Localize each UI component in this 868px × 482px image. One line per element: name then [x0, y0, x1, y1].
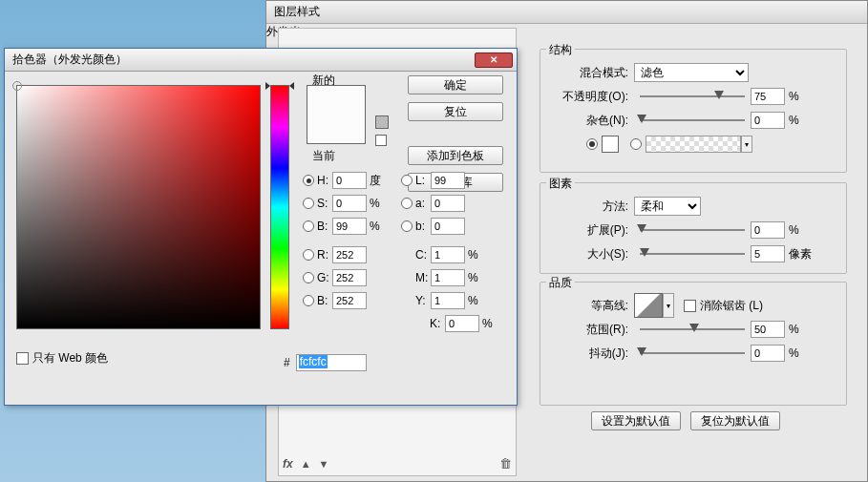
layer-style-title: 图层样式: [266, 1, 867, 24]
close-icon[interactable]: ✕: [475, 52, 513, 68]
glow-color-swatch[interactable]: [602, 136, 619, 153]
l-radio[interactable]: [401, 175, 413, 186]
r-input[interactable]: [332, 246, 367, 263]
spread-input[interactable]: [751, 221, 785, 239]
color-picker-titlebar[interactable]: 拾色器（外发光颜色） ✕: [5, 49, 517, 72]
hue-right-arrow-icon[interactable]: [289, 82, 294, 90]
r-radio[interactable]: [303, 249, 314, 261]
g-radio[interactable]: [303, 272, 314, 283]
h-radio[interactable]: [303, 175, 314, 186]
l-input[interactable]: [431, 172, 465, 189]
range-input[interactable]: [751, 321, 785, 338]
blend-mode-label: 混合模式:: [548, 65, 634, 81]
opacity-label: 不透明度(O):: [548, 89, 634, 105]
jitter-label: 抖动(J):: [548, 346, 634, 362]
current-color-label: 当前: [312, 148, 335, 164]
fx-icon[interactable]: fx: [283, 457, 293, 471]
ok-button[interactable]: 确定: [408, 75, 503, 94]
preview-current: [307, 115, 365, 143]
y-input[interactable]: [431, 292, 465, 309]
s-input[interactable]: [332, 195, 367, 212]
contour-preview[interactable]: [634, 293, 663, 318]
noise-slider[interactable]: [640, 115, 745, 125]
g-input[interactable]: [332, 269, 367, 286]
b-radio[interactable]: [303, 220, 314, 232]
hex-input[interactable]: fcfcfc: [296, 354, 367, 371]
saturation-value-field[interactable]: [16, 85, 261, 329]
blue-radio[interactable]: [303, 295, 314, 306]
lab-b-input[interactable]: [431, 218, 465, 235]
size-label: 大小(S):: [548, 246, 634, 262]
web-only-checkbox[interactable]: [16, 352, 29, 365]
b-input[interactable]: [332, 218, 367, 235]
hue-left-arrow-icon[interactable]: [265, 82, 270, 90]
color-picker-window: 拾色器（外发光颜色） ✕ 新的 当前 确定 复位 添加到色板 颜色库 H: 度 …: [4, 48, 518, 406]
contour-label: 等高线:: [548, 298, 634, 314]
jitter-slider[interactable]: [640, 348, 745, 358]
opacity-slider[interactable]: [640, 92, 745, 101]
hue-slider[interactable]: [270, 85, 289, 329]
antialias-checkbox[interactable]: [684, 300, 696, 312]
opacity-input[interactable]: [751, 88, 785, 105]
a-radio[interactable]: [401, 198, 413, 209]
sv-cursor-icon: [12, 81, 22, 91]
group-quality-label: 品质: [546, 275, 575, 291]
group-structure: 结构 混合模式: 滤色 不透明度(O): % 杂色(N): %: [540, 49, 847, 173]
jitter-input[interactable]: [751, 345, 785, 362]
noise-input[interactable]: [751, 112, 785, 129]
group-elements-label: 图素: [546, 176, 575, 192]
spread-slider[interactable]: [640, 225, 745, 235]
method-label: 方法:: [548, 199, 634, 215]
size-slider[interactable]: [640, 249, 745, 259]
method-select[interactable]: 柔和: [634, 197, 701, 216]
glow-gradient-radio[interactable]: [630, 138, 642, 150]
web-only-label: 只有 Web 颜色: [32, 350, 108, 367]
glow-gradient-dropdown[interactable]: ▾: [741, 136, 752, 153]
group-quality: 品质 等高线: ▾ 消除锯齿 (L) 范围(R): % 抖动(J): %: [540, 282, 847, 406]
cube-icon[interactable]: [375, 115, 389, 129]
k-input[interactable]: [445, 315, 479, 332]
h-input[interactable]: [332, 172, 367, 189]
cancel-button[interactable]: 复位: [408, 102, 503, 121]
blue-input[interactable]: [332, 292, 367, 309]
arrow-up-icon[interactable]: ▲: [301, 458, 311, 470]
group-structure-label: 结构: [546, 42, 575, 58]
tiny-swatch[interactable]: [375, 135, 387, 146]
color-value-fields: H: 度 L: S: % a: B: % b: R: C: %: [303, 169, 503, 335]
s-radio[interactable]: [303, 198, 314, 209]
m-input[interactable]: [431, 269, 465, 286]
range-slider[interactable]: [640, 325, 745, 334]
antialias-label: 消除锯齿 (L): [700, 298, 763, 314]
reset-default-button[interactable]: 复位为默认值: [690, 411, 780, 430]
lab-b-radio[interactable]: [401, 220, 413, 232]
arrow-down-icon[interactable]: ▼: [319, 458, 329, 470]
noise-label: 杂色(N):: [548, 113, 634, 129]
glow-color-radio[interactable]: [586, 138, 598, 150]
trash-icon[interactable]: 🗑: [499, 456, 512, 471]
spread-label: 扩展(P):: [548, 222, 634, 239]
blend-mode-select[interactable]: 滤色: [634, 63, 749, 82]
set-default-button[interactable]: 设置为默认值: [591, 411, 681, 430]
a-input[interactable]: [431, 195, 465, 212]
range-label: 范围(R):: [548, 322, 634, 338]
c-input[interactable]: [431, 246, 465, 263]
preview-new: [307, 86, 365, 115]
color-picker-title: 拾色器（外发光颜色）: [9, 52, 475, 68]
color-preview: [307, 85, 366, 144]
contour-dropdown[interactable]: ▾: [663, 293, 674, 318]
add-swatch-button[interactable]: 添加到色板: [408, 146, 503, 165]
size-input[interactable]: [751, 245, 785, 262]
hex-prefix: #: [284, 356, 290, 369]
glow-gradient-preview[interactable]: [646, 136, 741, 153]
group-elements: 图素 方法: 柔和 扩展(P): % 大小(S): 像素: [540, 182, 847, 274]
